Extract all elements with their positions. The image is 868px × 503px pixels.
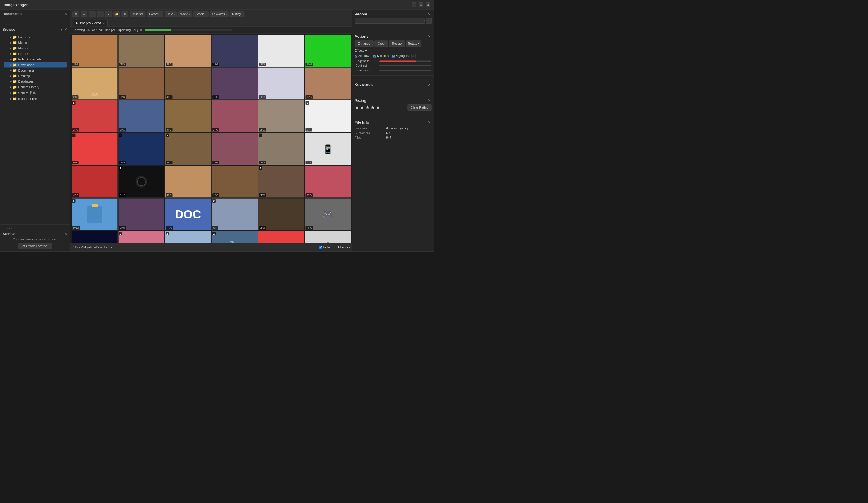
- crop-button[interactable]: Crop: [374, 41, 388, 47]
- star-5[interactable]: ★: [375, 105, 380, 111]
- grid-cell[interactable]: 2 GIF: [165, 231, 211, 243]
- effects-toggle[interactable]: Effects ▾: [354, 49, 432, 53]
- sidebar-item-documents[interactable]: ▶ 📁 Documents: [4, 68, 67, 73]
- rotate-button[interactable]: Rotate ▾: [406, 41, 422, 47]
- bookmarks-close[interactable]: ✕: [63, 12, 68, 16]
- grid-cell[interactable]: GIF 哈哈哈: [72, 68, 118, 100]
- list-view-icon[interactable]: ≡: [140, 28, 142, 32]
- grid-cell[interactable]: JPG: [72, 35, 118, 67]
- grid-cell[interactable]: JPG: [211, 68, 258, 100]
- grid-cell[interactable]: JPG: [165, 68, 211, 100]
- grid-cell[interactable]: JPG: [72, 166, 118, 198]
- keywords-dropdown[interactable]: Keywords ▾: [210, 11, 228, 17]
- grid-cell[interactable]: JPG: [258, 68, 304, 100]
- clear-rating-button[interactable]: Clear Rating: [407, 104, 431, 111]
- grid-cell[interactable]: 2 JPG: [118, 231, 164, 243]
- sharpness-slider[interactable]: [379, 70, 432, 71]
- grid-cell[interactable]: JPG: [165, 100, 211, 132]
- sidebar-item-databases[interactable]: ▶ 📁 Databases: [4, 79, 67, 84]
- world-dropdown[interactable]: World ▾: [178, 11, 192, 17]
- unsorted-dropdown[interactable]: Unsorted: [130, 11, 146, 17]
- sidebar-item-movies[interactable]: ▶ 📁 Movies: [4, 45, 67, 51]
- grid-cell[interactable]: 2 🔧 PNG: [211, 231, 258, 243]
- grid-cell[interactable]: JPG: [258, 198, 304, 230]
- sidebar-item-downloads[interactable]: ▶ 📁 Downloads: [4, 62, 67, 68]
- check-button[interactable]: ✓: [105, 11, 112, 17]
- edit-button[interactable]: ✏: [81, 11, 87, 17]
- grid-cell[interactable]: JPG: [165, 35, 211, 67]
- star-4[interactable]: ★: [370, 105, 375, 111]
- grid-cell[interactable]: DOC PNG: [165, 198, 211, 230]
- grid-cell[interactable]: JPG: [211, 166, 258, 198]
- grid-cell[interactable]: JPG: [211, 35, 258, 67]
- people-select[interactable]: [354, 18, 425, 24]
- grid-cell[interactable]: JPG: [118, 198, 164, 230]
- grid-cell[interactable]: 2 JPG: [72, 100, 118, 132]
- grid-cell[interactable]: JPG: [72, 231, 118, 243]
- minimize-button[interactable]: ─: [412, 2, 416, 7]
- actions-close[interactable]: ✕: [427, 34, 432, 39]
- grid-cell[interactable]: 🎮 PNG: [258, 231, 304, 243]
- set-archive-button[interactable]: Set Archive Location...: [18, 243, 52, 249]
- sidebar-item-library[interactable]: ▶ 📁 Library: [4, 51, 67, 57]
- close-button[interactable]: ✕: [426, 2, 431, 7]
- grid-cell[interactable]: 2 JPG: [165, 133, 211, 165]
- sidebar-item-cainiao[interactable]: ▶ 📁 cainiao-x-print: [4, 96, 67, 102]
- grid-cell[interactable]: 🎧 GIF: [305, 231, 351, 243]
- grid-cell[interactable]: 2 PNG: [118, 166, 164, 198]
- grid-cell[interactable]: PNG: [305, 35, 351, 67]
- grid-cell[interactable]: JPG: [211, 133, 258, 165]
- browse-close[interactable]: ✕: [63, 28, 68, 32]
- resize-button[interactable]: Resize: [389, 41, 405, 47]
- content-dropdown[interactable]: Content ▾: [147, 11, 163, 17]
- grid-cell[interactable]: 📱 GIF: [305, 133, 351, 165]
- grid-cell[interactable]: JPG: [305, 166, 351, 198]
- enhance-button[interactable]: Enhance: [354, 41, 373, 47]
- grid-cell[interactable]: JPG: [211, 100, 258, 132]
- sidebar-item-music[interactable]: ▶ 📁 Music: [4, 40, 67, 45]
- grid-cell[interactable]: JPG: [118, 100, 164, 132]
- star-1[interactable]: ★: [354, 105, 359, 111]
- brightness-slider[interactable]: [379, 61, 432, 62]
- grid-cell[interactable]: JPG: [118, 35, 164, 67]
- grid-cell[interactable]: JPG: [258, 35, 304, 67]
- grid-cell[interactable]: 2 PNG: [72, 198, 118, 230]
- grid-cell[interactable]: 2 GIF: [211, 198, 258, 230]
- sidebar-item-calibre-library[interactable]: ▶ 📁 Calibre Library: [4, 84, 67, 90]
- grid-cell[interactable]: JPG: [165, 166, 211, 198]
- contrast-slider[interactable]: [379, 65, 432, 66]
- grid-cell[interactable]: JPG: [305, 68, 351, 100]
- grid-cell[interactable]: 2 GIF: [305, 100, 351, 132]
- sidebar-item-calibre-cn[interactable]: ▶ 📁 Calibre 书库: [4, 90, 67, 96]
- file-info-close[interactable]: ✕: [427, 120, 432, 124]
- sidebar-item-enfi-downloads[interactable]: ▶ 📁 Enfi_Downloads: [4, 57, 67, 62]
- rating-close[interactable]: ✕: [427, 98, 432, 103]
- star-3[interactable]: ★: [365, 105, 370, 111]
- grid-cell[interactable]: 2 JPG: [258, 133, 304, 165]
- people-dropdown[interactable]: People ▾: [194, 11, 208, 17]
- grid-view-button[interactable]: ⊞: [73, 11, 79, 17]
- pencil-button[interactable]: ✏: [412, 54, 416, 58]
- grid-cell[interactable]: 2 JPG: [258, 166, 304, 198]
- folder-button[interactable]: 📁: [114, 11, 120, 17]
- grid-cell[interactable]: 🎮 PNG: [305, 198, 351, 230]
- shadows-checkbox[interactable]: [354, 55, 358, 58]
- midtones-checkbox[interactable]: [373, 55, 376, 58]
- people-add-button[interactable]: +: [426, 18, 432, 24]
- grid-cell[interactable]: 2 JPG: [118, 133, 164, 165]
- date-dropdown[interactable]: Date ▾: [165, 11, 177, 17]
- keywords-close[interactable]: ✕: [427, 82, 432, 87]
- star-2[interactable]: ★: [360, 105, 364, 111]
- tab-all-images[interactable]: All Images/Videos ✕: [73, 20, 108, 27]
- menu-button[interactable]: ≡: [122, 11, 128, 17]
- sidebar-item-pictures[interactable]: ▶ 📁 Pictures: [4, 34, 67, 40]
- grid-cell[interactable]: JPG: [118, 68, 164, 100]
- archive-close[interactable]: ✕: [63, 232, 68, 236]
- remove-button[interactable]: −: [97, 11, 104, 17]
- browse-dropdown[interactable]: ▾: [61, 28, 62, 31]
- rating-dropdown[interactable]: Rating ▾: [230, 11, 245, 17]
- include-subfolders-checkbox[interactable]: [319, 245, 322, 249]
- tab-close-button[interactable]: ✕: [103, 22, 105, 25]
- highlights-checkbox[interactable]: [392, 55, 395, 58]
- add-button[interactable]: +: [89, 11, 95, 17]
